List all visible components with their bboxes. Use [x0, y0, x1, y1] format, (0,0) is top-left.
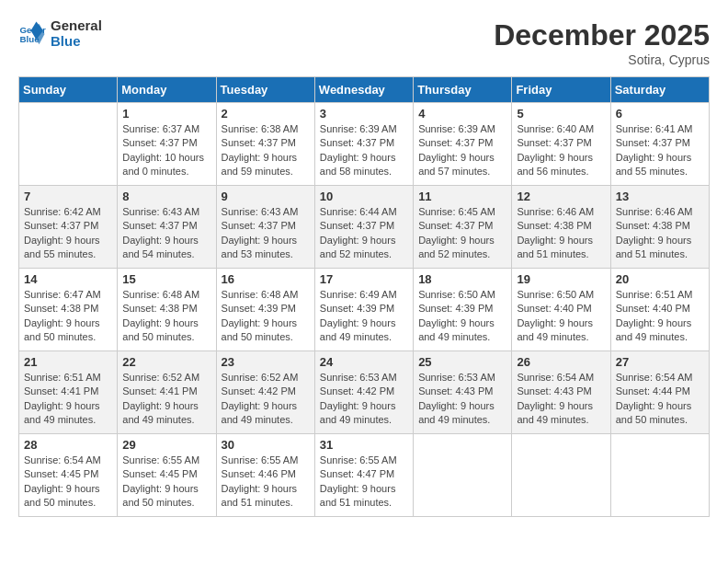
- day-number: 15: [122, 272, 210, 286]
- day-info: Sunrise: 6:53 AMSunset: 4:42 PMDaylight:…: [320, 371, 408, 428]
- weekday-header-tuesday: Tuesday: [216, 77, 314, 103]
- day-number: 5: [517, 107, 605, 121]
- day-info: Sunrise: 6:51 AMSunset: 4:40 PMDaylight:…: [616, 288, 704, 345]
- calendar-cell: 17Sunrise: 6:49 AMSunset: 4:39 PMDayligh…: [314, 269, 413, 351]
- calendar-cell: 15Sunrise: 6:48 AMSunset: 4:38 PMDayligh…: [118, 269, 216, 351]
- calendar-cell: 8Sunrise: 6:43 AMSunset: 4:37 PMDaylight…: [118, 186, 216, 269]
- calendar-cell: [19, 103, 118, 186]
- day-number: 16: [222, 272, 310, 286]
- day-info: Sunrise: 6:55 AMSunset: 4:45 PMDaylight:…: [122, 454, 210, 511]
- title-block: December 2025 Sotira, Cyprus: [494, 18, 710, 67]
- day-info: Sunrise: 6:54 AMSunset: 4:45 PMDaylight:…: [24, 454, 112, 511]
- day-info: Sunrise: 6:51 AMSunset: 4:41 PMDaylight:…: [24, 371, 112, 428]
- day-number: 9: [222, 190, 310, 203]
- calendar-cell: 13Sunrise: 6:46 AMSunset: 4:38 PMDayligh…: [610, 186, 709, 269]
- logo: General Blue General Blue: [18, 18, 102, 49]
- calendar-cell: 18Sunrise: 6:50 AMSunset: 4:39 PMDayligh…: [414, 269, 512, 351]
- day-info: Sunrise: 6:41 AMSunset: 4:37 PMDaylight:…: [616, 122, 704, 179]
- day-info: Sunrise: 6:46 AMSunset: 4:38 PMDaylight:…: [616, 205, 704, 262]
- day-number: 18: [418, 272, 506, 286]
- location: Sotira, Cyprus: [494, 52, 710, 67]
- calendar-cell: 6Sunrise: 6:41 AMSunset: 4:37 PMDaylight…: [610, 103, 709, 186]
- day-info: Sunrise: 6:55 AMSunset: 4:46 PMDaylight:…: [222, 454, 310, 511]
- day-info: Sunrise: 6:52 AMSunset: 4:41 PMDaylight:…: [122, 371, 210, 428]
- day-info: Sunrise: 6:43 AMSunset: 4:37 PMDaylight:…: [122, 205, 210, 262]
- calendar-header-row: SundayMondayTuesdayWednesdayThursdayFrid…: [19, 77, 710, 103]
- day-info: Sunrise: 6:53 AMSunset: 4:43 PMDaylight:…: [418, 371, 506, 428]
- calendar-cell: 23Sunrise: 6:52 AMSunset: 4:42 PMDayligh…: [216, 351, 314, 434]
- day-number: 22: [122, 355, 210, 369]
- day-number: 1: [122, 107, 210, 121]
- day-number: 12: [517, 190, 605, 203]
- day-number: 28: [24, 438, 112, 452]
- calendar-cell: 30Sunrise: 6:55 AMSunset: 4:46 PMDayligh…: [216, 434, 314, 517]
- day-number: 10: [320, 190, 408, 203]
- calendar-week-5: 28Sunrise: 6:54 AMSunset: 4:45 PMDayligh…: [19, 434, 710, 517]
- day-info: Sunrise: 6:54 AMSunset: 4:44 PMDaylight:…: [616, 371, 704, 428]
- calendar-cell: 5Sunrise: 6:40 AMSunset: 4:37 PMDaylight…: [512, 103, 610, 186]
- calendar-week-1: 1Sunrise: 6:37 AMSunset: 4:37 PMDaylight…: [19, 103, 710, 186]
- day-number: 17: [320, 272, 408, 286]
- month-title: December 2025: [494, 18, 710, 52]
- weekday-header-sunday: Sunday: [19, 77, 118, 103]
- day-info: Sunrise: 6:48 AMSunset: 4:39 PMDaylight:…: [222, 288, 310, 345]
- day-info: Sunrise: 6:38 AMSunset: 4:37 PMDaylight:…: [222, 122, 310, 179]
- day-info: Sunrise: 6:55 AMSunset: 4:47 PMDaylight:…: [320, 454, 408, 511]
- day-number: 19: [517, 272, 605, 286]
- day-number: 8: [122, 190, 210, 203]
- day-info: Sunrise: 6:45 AMSunset: 4:37 PMDaylight:…: [418, 205, 506, 262]
- page-header: General Blue General Blue December 2025 …: [18, 18, 710, 67]
- calendar-cell: 28Sunrise: 6:54 AMSunset: 4:45 PMDayligh…: [19, 434, 118, 517]
- calendar-cell: 10Sunrise: 6:44 AMSunset: 4:37 PMDayligh…: [314, 186, 413, 269]
- day-number: 31: [320, 438, 408, 452]
- day-info: Sunrise: 6:52 AMSunset: 4:42 PMDaylight:…: [222, 371, 310, 428]
- logo-line2: Blue: [51, 34, 102, 50]
- day-info: Sunrise: 6:49 AMSunset: 4:39 PMDaylight:…: [320, 288, 408, 345]
- calendar-cell: [414, 434, 512, 517]
- day-number: 21: [24, 355, 112, 369]
- calendar-cell: 16Sunrise: 6:48 AMSunset: 4:39 PMDayligh…: [216, 269, 314, 351]
- day-number: 27: [616, 355, 704, 369]
- calendar-cell: 24Sunrise: 6:53 AMSunset: 4:42 PMDayligh…: [314, 351, 413, 434]
- calendar-table: SundayMondayTuesdayWednesdayThursdayFrid…: [18, 76, 710, 517]
- calendar-cell: 2Sunrise: 6:38 AMSunset: 4:37 PMDaylight…: [216, 103, 314, 186]
- day-info: Sunrise: 6:40 AMSunset: 4:37 PMDaylight:…: [517, 122, 605, 179]
- calendar-cell: 1Sunrise: 6:37 AMSunset: 4:37 PMDaylight…: [118, 103, 216, 186]
- day-number: 24: [320, 355, 408, 369]
- calendar-cell: 21Sunrise: 6:51 AMSunset: 4:41 PMDayligh…: [19, 351, 118, 434]
- logo-line1: General: [51, 18, 102, 34]
- calendar-cell: 12Sunrise: 6:46 AMSunset: 4:38 PMDayligh…: [512, 186, 610, 269]
- day-info: Sunrise: 6:37 AMSunset: 4:37 PMDaylight:…: [122, 122, 210, 179]
- day-number: 7: [24, 190, 112, 203]
- calendar-cell: 22Sunrise: 6:52 AMSunset: 4:41 PMDayligh…: [118, 351, 216, 434]
- calendar-cell: 20Sunrise: 6:51 AMSunset: 4:40 PMDayligh…: [610, 269, 709, 351]
- weekday-header-saturday: Saturday: [610, 77, 709, 103]
- day-number: 29: [122, 438, 210, 452]
- day-number: 3: [320, 107, 408, 121]
- weekday-header-monday: Monday: [118, 77, 216, 103]
- calendar-cell: 27Sunrise: 6:54 AMSunset: 4:44 PMDayligh…: [610, 351, 709, 434]
- day-info: Sunrise: 6:54 AMSunset: 4:43 PMDaylight:…: [517, 371, 605, 428]
- day-info: Sunrise: 6:43 AMSunset: 4:37 PMDaylight:…: [222, 205, 310, 262]
- calendar-cell: [512, 434, 610, 517]
- day-number: 11: [418, 190, 506, 203]
- day-number: 20: [616, 272, 704, 286]
- calendar-cell: 9Sunrise: 6:43 AMSunset: 4:37 PMDaylight…: [216, 186, 314, 269]
- calendar-cell: [610, 434, 709, 517]
- day-info: Sunrise: 6:50 AMSunset: 4:39 PMDaylight:…: [418, 288, 506, 345]
- day-number: 4: [418, 107, 506, 121]
- calendar-week-4: 21Sunrise: 6:51 AMSunset: 4:41 PMDayligh…: [19, 351, 710, 434]
- weekday-header-friday: Friday: [512, 77, 610, 103]
- day-info: Sunrise: 6:44 AMSunset: 4:37 PMDaylight:…: [320, 205, 408, 262]
- logo-icon: General Blue: [18, 20, 46, 48]
- day-info: Sunrise: 6:48 AMSunset: 4:38 PMDaylight:…: [122, 288, 210, 345]
- day-number: 25: [418, 355, 506, 369]
- day-number: 6: [616, 107, 704, 121]
- calendar-cell: 19Sunrise: 6:50 AMSunset: 4:40 PMDayligh…: [512, 269, 610, 351]
- day-number: 26: [517, 355, 605, 369]
- day-info: Sunrise: 6:39 AMSunset: 4:37 PMDaylight:…: [418, 122, 506, 179]
- calendar-cell: 31Sunrise: 6:55 AMSunset: 4:47 PMDayligh…: [314, 434, 413, 517]
- calendar-cell: 25Sunrise: 6:53 AMSunset: 4:43 PMDayligh…: [414, 351, 512, 434]
- calendar-cell: 29Sunrise: 6:55 AMSunset: 4:45 PMDayligh…: [118, 434, 216, 517]
- calendar-cell: 3Sunrise: 6:39 AMSunset: 4:37 PMDaylight…: [314, 103, 413, 186]
